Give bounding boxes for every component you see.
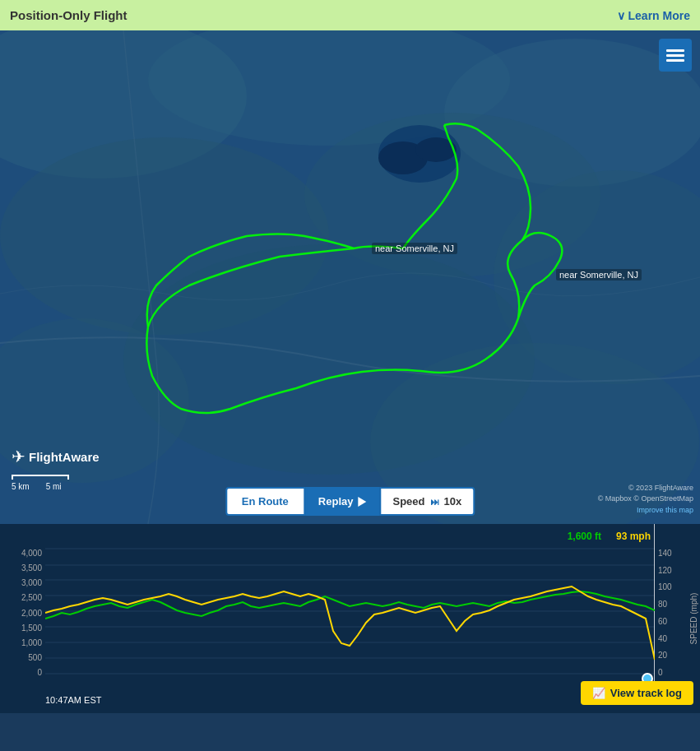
replay-button[interactable]: Replay	[305, 487, 380, 516]
fast-forward-icon: ⏭	[430, 497, 439, 507]
y-tick-r-120: 120	[658, 566, 697, 575]
layer-icon-stripe2	[666, 54, 684, 57]
time-start-label: 10:47AM EST	[45, 695, 101, 705]
y-tick-1000: 1,000	[3, 638, 42, 647]
scale-mi: 5 mi	[46, 482, 62, 491]
map-container: near Somerville, NJ near Somerville, NJ …	[0, 30, 700, 524]
speed-label: Speed	[392, 495, 424, 508]
copyright-flightaware: © 2023 FlightAware	[598, 483, 693, 494]
logo-text: FlightAware	[29, 450, 100, 464]
chart-area: 1,600 ft 93 mph 4,000 3,500 3,000 2,500 …	[0, 524, 700, 713]
speed-button[interactable]: Speed ⏭ 10x	[379, 487, 475, 516]
copyright-mapbox: © Mapbox © OpenStreetMap	[598, 494, 693, 505]
time-labels: 10:47AM EST 11:34AM EST	[45, 695, 655, 705]
y-tick-r-100: 100	[658, 582, 697, 591]
layer-icon-stripe1	[666, 49, 684, 52]
y-axis-left: 4,000 3,500 3,000 2,500 2,000 1,500 1,00…	[0, 524, 45, 713]
y-tick-3500: 3,500	[3, 563, 42, 573]
flightaware-logo: ✈ FlightAware	[12, 447, 100, 466]
track-log-label: View track log	[610, 687, 682, 699]
banner-title: Position-Only Flight	[10, 8, 127, 22]
learn-more-label: Learn More	[628, 9, 690, 22]
scale-marker	[12, 475, 69, 480]
chevron-down-icon: ∨	[617, 9, 625, 22]
plane-icon: ✈	[12, 447, 25, 466]
map-label-1: near Somerville, NJ	[372, 243, 457, 254]
learn-more-button[interactable]: ∨ Learn More	[617, 9, 690, 22]
chart-svg	[45, 524, 655, 713]
top-banner: Position-Only Flight ∨ Learn More	[0, 0, 700, 30]
track-log-icon: 📈	[592, 687, 605, 699]
y-tick-0: 0	[3, 668, 42, 677]
map-label-2: near Somerville, NJ	[556, 269, 642, 280]
y-tick-r-140: 140	[658, 549, 697, 558]
y-axis-right-label: SPEED (mph)	[689, 593, 698, 645]
y-tick-3000: 3,000	[3, 578, 42, 587]
en-route-button[interactable]: En Route	[225, 487, 305, 516]
play-icon	[358, 497, 366, 507]
speed-value: 10x	[444, 495, 462, 508]
control-bar: En Route Replay Speed ⏭ 10x	[225, 487, 475, 516]
y-tick-r-20: 20	[658, 651, 697, 660]
track-log-button[interactable]: 📈 View track log	[581, 681, 693, 705]
improve-map-link[interactable]: Improve this map	[598, 505, 693, 517]
y-tick-1500: 1,500	[3, 624, 42, 633]
y-tick-4000: 4,000	[3, 549, 42, 558]
layer-toggle-button[interactable]	[659, 39, 692, 72]
y-tick-2000: 2,000	[3, 609, 42, 618]
y-tick-r-0: 0	[658, 668, 697, 677]
layer-icon-stripe3	[666, 59, 684, 62]
replay-label: Replay	[318, 495, 354, 508]
scale-km: 5 km	[12, 482, 30, 491]
copyright-text: © 2023 FlightAware © Mapbox © OpenStreet…	[598, 483, 693, 517]
y-tick-2500: 2,500	[3, 593, 42, 602]
y-tick-500: 500	[3, 653, 42, 662]
scale-bar: 5 km 5 mi	[12, 475, 69, 491]
